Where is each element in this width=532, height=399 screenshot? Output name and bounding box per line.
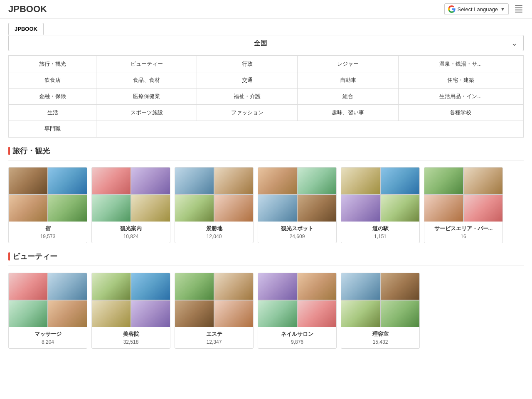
category-cell (398, 121, 523, 137)
svg-rect-1 (515, 7, 522, 8)
card-item[interactable]: 観光案内 10,824 (91, 167, 170, 243)
thumb-piece (214, 273, 253, 300)
card-item[interactable]: サービスエリア・パー... 16 (424, 167, 503, 243)
card-title: 理容室 (344, 330, 417, 338)
card-thumbnail (9, 273, 87, 327)
card-title: 美容院 (94, 330, 167, 338)
thumb-piece (9, 273, 47, 300)
card-title: サービスエリア・パー... (427, 225, 500, 232)
thumb-piece (341, 273, 380, 300)
card-count: 15,432 (344, 339, 417, 345)
category-cell[interactable]: ファッション (197, 105, 298, 121)
thumb-piece (92, 195, 131, 222)
card-item[interactable]: 理容室 15,432 (341, 273, 420, 349)
category-cell[interactable]: 各種学校 (398, 105, 523, 121)
category-cell[interactable]: 住宅・建築 (398, 72, 523, 89)
category-cell[interactable]: 温泉・銭湯・サ... (398, 56, 523, 72)
thumb-piece (9, 167, 47, 194)
google-icon (448, 5, 456, 13)
thumb-piece (48, 273, 87, 300)
thumb-piece (92, 167, 131, 194)
card-title: 宿 (11, 225, 84, 232)
category-cell[interactable]: 旅行・観光 (9, 56, 96, 72)
card-item[interactable]: 道の駅 1,151 (341, 167, 420, 243)
category-cell[interactable]: ビューティー (96, 56, 197, 72)
card-item[interactable]: 宿 19,573 (8, 167, 87, 243)
svg-rect-2 (515, 10, 522, 10)
card-count: 16 (427, 234, 500, 239)
thumb-piece (258, 273, 297, 300)
card-thumbnail (92, 273, 170, 327)
category-cell[interactable]: 自動車 (298, 72, 398, 89)
category-table: 旅行・観光ビューティー行政レジャー温泉・銭湯・サ...飲食店食品、食材交通自動車… (9, 56, 523, 137)
card-title: 観光スポット (261, 225, 334, 232)
thumb-piece (92, 273, 131, 300)
category-cell[interactable]: 交通 (197, 72, 298, 89)
thumb-piece (131, 273, 170, 300)
travel-card-grid: 宿 19,573 観光案内 10,824 景勝地 (8, 167, 524, 243)
card-item[interactable]: エステ 12,347 (175, 273, 254, 349)
card-info: エステ 12,347 (175, 327, 253, 348)
language-selector[interactable]: Select Language ▼ (444, 3, 509, 15)
region-select[interactable]: 全国 北海道 東北 関東 中部 近畿 中国 四国 九州・沖縄 (9, 35, 523, 51)
category-cell[interactable]: 行政 (197, 56, 298, 72)
card-thumbnail (92, 167, 170, 222)
category-cell[interactable]: 組合 (298, 89, 398, 105)
category-cell (298, 121, 398, 137)
card-item[interactable]: マッサージ 8,204 (8, 273, 87, 349)
card-item[interactable]: 美容院 32,518 (91, 273, 170, 349)
list-view-icon[interactable] (514, 4, 524, 15)
category-grid: 旅行・観光ビューティー行政レジャー温泉・銭湯・サ...飲食店食品、食材交通自動車… (8, 55, 524, 138)
thumb-piece (175, 167, 214, 194)
card-item[interactable]: 観光スポット 24,609 (258, 167, 337, 243)
thumb-piece (258, 300, 297, 327)
category-cell[interactable]: レジャー (298, 56, 398, 72)
category-cell[interactable]: 食品、食材 (96, 72, 197, 89)
language-chevron: ▼ (500, 7, 505, 12)
card-count: 24,609 (261, 234, 334, 239)
card-count: 8,204 (11, 339, 84, 345)
card-info: ネイルサロン 9,876 (258, 327, 336, 348)
thumb-piece (131, 167, 170, 194)
category-cell[interactable]: 趣味、習い事 (298, 105, 398, 121)
category-cell[interactable]: 生活用品・イン... (398, 89, 523, 105)
category-cell[interactable]: 金融・保険 (9, 89, 96, 105)
category-cell[interactable]: 生活 (9, 105, 96, 121)
category-cell[interactable]: 飲食店 (9, 72, 96, 89)
thumb-piece (464, 167, 502, 194)
thumb-piece (381, 167, 419, 194)
card-info: 理容室 15,432 (341, 327, 419, 348)
svg-rect-0 (515, 5, 522, 6)
card-thumbnail (175, 167, 253, 222)
thumb-piece (175, 300, 214, 327)
thumb-piece (175, 195, 214, 222)
thumb-piece (48, 195, 87, 222)
card-title: 景勝地 (177, 225, 251, 232)
thumb-piece (381, 195, 419, 222)
thumb-piece (298, 273, 336, 300)
thumb-piece (381, 300, 419, 327)
region-selector-container: 全国 北海道 東北 関東 中部 近畿 中国 四国 九州・沖縄 ⌄ (8, 35, 524, 51)
category-cell[interactable]: 医療保健業 (96, 89, 197, 105)
thumb-piece (131, 195, 170, 222)
site-logo[interactable]: JPBOOK (8, 4, 47, 15)
header-right: Select Language ▼ (444, 3, 524, 15)
category-cell[interactable]: スポーツ施設 (96, 105, 197, 121)
card-count: 9,876 (261, 339, 334, 345)
category-cell[interactable]: 専門職 (9, 121, 96, 137)
card-title: エステ (177, 330, 251, 338)
tab-jpbook[interactable]: JPBOOK (8, 23, 44, 35)
card-thumbnail (175, 273, 253, 327)
category-cell[interactable]: 福祉・介護 (197, 89, 298, 105)
thumb-piece (341, 195, 380, 222)
thumb-piece (92, 300, 131, 327)
thumb-piece (424, 195, 463, 222)
card-info: 景勝地 12,040 (175, 222, 253, 243)
thumb-piece (48, 167, 87, 194)
thumb-piece (9, 195, 47, 222)
card-item[interactable]: 景勝地 12,040 (175, 167, 254, 243)
card-count: 19,573 (11, 234, 84, 239)
card-info: 道の駅 1,151 (341, 222, 419, 243)
card-item[interactable]: ネイルサロン 9,876 (258, 273, 337, 349)
card-info: サービスエリア・パー... 16 (424, 222, 502, 243)
